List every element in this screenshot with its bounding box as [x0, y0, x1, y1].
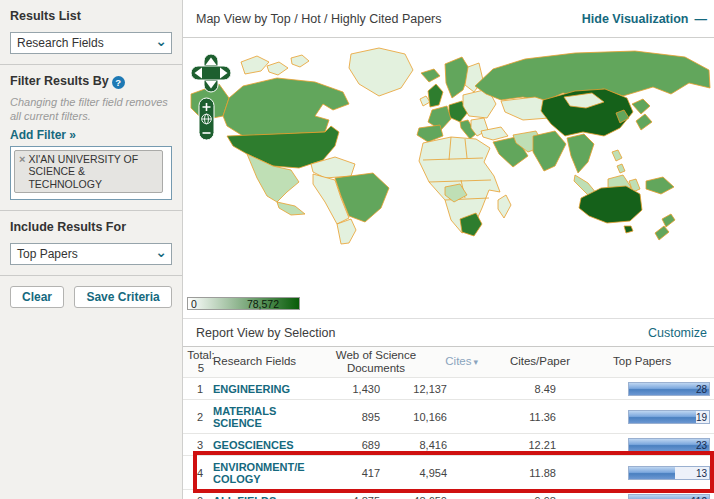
row-rank: 2 — [185, 411, 203, 423]
row-rank: 1 — [185, 383, 203, 395]
clear-button[interactable]: Clear — [10, 286, 64, 308]
results-list-dropdown[interactable]: Research Fields ⌄ — [10, 32, 172, 54]
table-header: Total: 5 Research Fields Web of Science … — [183, 346, 714, 377]
top-papers-value: 112 — [691, 495, 707, 499]
top-papers-bar: 13 — [628, 466, 710, 480]
top-papers-bar: 112 — [628, 494, 710, 499]
column-header-cites-sort[interactable]: Cites▾ — [420, 355, 478, 368]
map-pan-control[interactable] — [191, 54, 231, 92]
research-field-link[interactable]: ENVIRONMENT/ECOLOGY — [213, 456, 307, 489]
row-cites: 48,650 — [367, 495, 447, 499]
map-legend-gradient: 0 78,572 — [187, 297, 300, 310]
filter-note: Changing the filter field removes all cu… — [10, 96, 172, 124]
customize-link[interactable]: Customize — [648, 326, 707, 340]
research-field-link[interactable]: MATERIALS SCIENCE — [213, 400, 307, 433]
chevron-down-icon: ⌄ — [155, 32, 167, 51]
column-header-wos-documents: Web of Science Documents — [320, 349, 432, 375]
row-cites: 10,166 — [367, 411, 447, 423]
active-filters-box[interactable]: × XI'AN UNIVERSITY OF SCIENCE & TECHNOLO… — [10, 146, 172, 200]
top-papers-value: 19 — [696, 411, 707, 424]
top-papers-value: 13 — [696, 467, 707, 480]
map-view-title: Map View by Top / Hot / Highly Cited Pap… — [196, 12, 442, 26]
table-row: 3 GEOSCIENCES 689 8,416 12.21 23 — [183, 433, 714, 455]
filter-heading: Filter Results By? — [10, 74, 172, 89]
research-field-link[interactable]: GEOSCIENCES — [213, 434, 307, 455]
row-rank: 4 — [185, 467, 203, 479]
country-japan — [632, 99, 650, 114]
research-field-link[interactable]: ALL FIELDS — [213, 490, 307, 499]
report-view-title: Report View by Selection — [196, 326, 335, 340]
top-papers-bar: 23 — [628, 438, 710, 452]
row-cites-per-paper: 9.98 — [476, 495, 556, 499]
row-rank: 3 — [185, 439, 203, 451]
filter-tag-label: XI'AN UNIVERSITY OF SCIENCE & TECHNOLOGY — [28, 153, 158, 191]
column-header-research-fields: Research Fields — [213, 355, 313, 368]
report-header: Report View by Selection Customize — [183, 321, 714, 345]
divider — [183, 318, 714, 319]
table-rows: 1 ENGINEERING 1,430 12,137 8.49 28 2 MAT… — [183, 377, 714, 499]
top-papers-bar-fill — [629, 467, 675, 479]
sort-arrow-icon: ▾ — [473, 357, 478, 367]
row-cites-per-paper: 11.88 — [476, 467, 556, 479]
hide-visualization-link[interactable]: Hide Visualization— — [582, 12, 707, 26]
top-papers-value: 28 — [696, 383, 707, 396]
legend-min-value: 0 — [191, 298, 197, 310]
legend-max-value: 78,572 — [247, 298, 279, 310]
help-question-icon[interactable]: ? — [112, 76, 125, 89]
minus-icon: — — [695, 12, 708, 26]
row-cites: 8,416 — [367, 439, 447, 451]
table-row: 1 ENGINEERING 1,430 12,137 8.49 28 — [183, 377, 714, 399]
main-panel: Map View by Top / Hot / Highly Cited Pap… — [183, 0, 714, 499]
filter-tag[interactable]: × XI'AN UNIVERSITY OF SCIENCE & TECHNOLO… — [14, 150, 163, 194]
top-papers-value: 23 — [696, 439, 707, 452]
column-header-top-papers: Top Papers — [613, 355, 698, 368]
country-uk — [428, 84, 443, 107]
results-list-heading: Results List — [10, 9, 172, 23]
map-zoom-control[interactable] — [199, 98, 214, 140]
chevron-down-icon: ⌄ — [155, 243, 167, 262]
sidebar: Results List Research Fields ⌄ Filter Re… — [0, 0, 183, 499]
top-papers-bar: 28 — [628, 382, 710, 396]
table-row: 0 ALL FIELDS 4,875 48,650 9.98 112 — [183, 489, 714, 499]
map-header: Map View by Top / Hot / Highly Cited Pap… — [183, 0, 714, 38]
row-cites: 4,954 — [367, 467, 447, 479]
include-results-heading: Include Results For — [10, 220, 172, 234]
remove-filter-icon[interactable]: × — [19, 153, 25, 191]
row-cites-per-paper: 12.21 — [476, 439, 556, 451]
country-greenland — [349, 48, 413, 96]
world-map[interactable] — [183, 40, 714, 292]
include-results-dropdown[interactable]: Top Papers ⌄ — [10, 243, 172, 265]
row-rank: 0 — [185, 495, 203, 499]
top-papers-bar-fill — [629, 411, 696, 423]
results-table: Total: 5 Research Fields Web of Science … — [183, 346, 714, 499]
include-results-value: Top Papers — [17, 247, 78, 261]
top-papers-bar: 19 — [628, 410, 710, 424]
row-cites-per-paper: 11.36 — [476, 411, 556, 423]
column-header-cites-per-paper: Cites/Paper — [490, 355, 570, 368]
research-field-link[interactable]: ENGINEERING — [213, 378, 307, 399]
add-filter-link[interactable]: Add Filter » — [10, 128, 76, 142]
row-cites-per-paper: 8.49 — [476, 383, 556, 395]
results-list-value: Research Fields — [17, 36, 104, 50]
table-row: 2 MATERIALS SCIENCE 895 10,166 11.36 19 — [183, 399, 714, 433]
country-india — [533, 131, 566, 171]
row-cites: 12,137 — [367, 383, 447, 395]
save-criteria-button[interactable]: Save Criteria — [74, 286, 171, 308]
table-row: 4 ENVIRONMENT/ECOLOGY 417 4,954 11.88 13 — [183, 455, 714, 489]
